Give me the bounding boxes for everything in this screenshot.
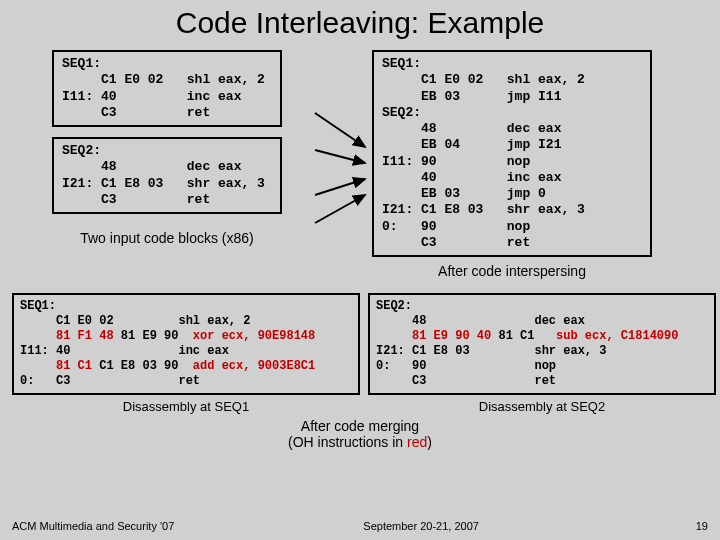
slide-title: Code Interleaving: Example xyxy=(12,6,708,40)
svg-line-0 xyxy=(315,113,365,147)
merge-caption: After code merging (OH instructions in r… xyxy=(12,418,708,450)
svg-line-3 xyxy=(315,195,365,223)
input-caption: Two input code blocks (x86) xyxy=(52,230,282,246)
seq1-block: SEQ1: C1 E0 02 shl eax, 2 I11: 40 inc ea… xyxy=(52,50,282,127)
footer-right: September 20-21, 2007 xyxy=(363,520,479,532)
dis1-block: SEQ1: C1 E0 02 shl eax, 2 81 F1 48 81 E9… xyxy=(12,293,360,395)
dis1-caption: Disassembly at SEQ1 xyxy=(12,399,360,414)
page-number: 19 xyxy=(668,520,708,532)
intersperse-caption: After code interspersing xyxy=(372,263,652,279)
svg-line-2 xyxy=(315,179,365,195)
footer-left: ACM Multimedia and Security '07 xyxy=(12,520,174,532)
dis2-caption: Disassembly at SEQ2 xyxy=(368,399,716,414)
svg-line-1 xyxy=(315,150,365,163)
arrows-icon xyxy=(310,95,380,239)
interspersed-block: SEQ1: C1 E0 02 shl eax, 2 EB 03 jmp I11 … xyxy=(372,50,652,257)
footer: ACM Multimedia and Security '07 Septembe… xyxy=(12,520,708,532)
dis2-block: SEQ2: 48 dec eax 81 E9 90 40 81 C1 sub e… xyxy=(368,293,716,395)
seq2-block: SEQ2: 48 dec eax I21: C1 E8 03 shr eax, … xyxy=(52,137,282,214)
